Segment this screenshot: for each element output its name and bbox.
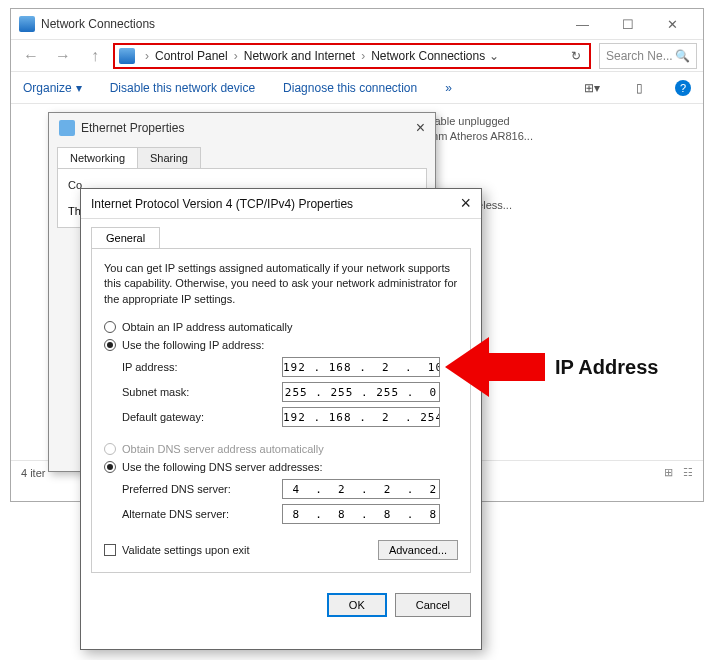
arrow-head-icon: [445, 337, 489, 397]
radio-label: Obtain an IP address automatically: [122, 321, 292, 333]
item-count: 4 iter: [21, 467, 45, 479]
chevron-down-icon: ▾: [76, 81, 82, 95]
maximize-button[interactable]: ☐: [605, 10, 650, 38]
adapter-device: mm Atheros AR816...: [429, 129, 533, 144]
advanced-button[interactable]: Advanced...: [378, 540, 458, 560]
ethernet-icon: [59, 120, 75, 136]
ip-body: You can get IP settings assigned automat…: [91, 248, 471, 573]
window-title: Network Connections: [41, 17, 155, 31]
help-icon[interactable]: ?: [675, 80, 691, 96]
adapter-item[interactable]: cable unplugged mm Atheros AR816...: [429, 114, 533, 145]
ok-button[interactable]: OK: [327, 593, 387, 617]
tab-general[interactable]: General: [91, 227, 160, 248]
minimize-button[interactable]: —: [560, 10, 605, 38]
radio-label: Use the following DNS server addresses:: [122, 461, 323, 473]
ip-tabs: General: [81, 219, 481, 248]
network-icon: [19, 16, 35, 32]
back-button[interactable]: ←: [17, 44, 45, 68]
main-titlebar: Network Connections — ☐ ✕: [11, 9, 703, 39]
annotation-label: IP Address: [555, 356, 658, 379]
breadcrumb-item[interactable]: Control Panel: [155, 49, 228, 63]
default-gateway-label: Default gateway:: [122, 411, 282, 423]
cancel-button[interactable]: Cancel: [395, 593, 471, 617]
tab-sharing[interactable]: Sharing: [138, 147, 201, 168]
preferred-dns-input[interactable]: [282, 479, 440, 499]
disable-device-button[interactable]: Disable this network device: [110, 81, 255, 95]
breadcrumb-item[interactable]: Network Connections: [371, 49, 485, 63]
arrow-shaft: [489, 353, 545, 381]
tab-networking[interactable]: Networking: [57, 147, 138, 168]
radio-auto-ip[interactable]: Obtain an IP address automatically: [104, 321, 458, 333]
nav-row: ← → ↑ › Control Panel › Network and Inte…: [11, 39, 703, 72]
chevron-right-icon[interactable]: ›: [139, 49, 155, 63]
view-icon[interactable]: ⊞▾: [580, 81, 604, 95]
radio-icon: [104, 339, 116, 351]
search-placeholder: Search Ne...: [606, 49, 673, 63]
close-button[interactable]: ✕: [650, 10, 695, 38]
radio-auto-dns: Obtain DNS server address automatically: [104, 443, 458, 455]
list-view-icon[interactable]: ☷: [683, 466, 693, 479]
radio-label: Use the following IP address:: [122, 339, 264, 351]
refresh-icon[interactable]: ↻: [567, 49, 585, 63]
radio-icon: [104, 321, 116, 333]
ipv4-properties-dialog: Internet Protocol Version 4 (TCP/IPv4) P…: [80, 188, 482, 650]
details-pane-icon[interactable]: ▯: [632, 81, 647, 95]
adapter-status: cable unplugged: [429, 114, 533, 129]
eth-tabs: Networking Sharing: [49, 143, 435, 168]
forward-button[interactable]: →: [49, 44, 77, 68]
breadcrumb[interactable]: › Control Panel › Network and Internet ›…: [113, 43, 591, 69]
ip-titlebar: Internet Protocol Version 4 (TCP/IPv4) P…: [81, 189, 481, 219]
radio-label: Obtain DNS server address automatically: [122, 443, 324, 455]
close-icon[interactable]: ×: [460, 193, 471, 214]
radio-icon: [104, 443, 116, 455]
radio-manual-ip[interactable]: Use the following IP address:: [104, 339, 458, 351]
more-button[interactable]: »: [445, 81, 452, 95]
ip-address-input[interactable]: [282, 357, 440, 377]
close-icon[interactable]: ×: [416, 119, 425, 137]
organize-menu[interactable]: Organize ▾: [23, 81, 82, 95]
search-input[interactable]: Search Ne... 🔍: [599, 43, 697, 69]
details-view-icon[interactable]: ⊞: [664, 466, 673, 479]
subnet-mask-label: Subnet mask:: [122, 386, 282, 398]
preferred-dns-label: Preferred DNS server:: [122, 483, 282, 495]
radio-icon: [104, 461, 116, 473]
chevron-right-icon[interactable]: ›: [355, 49, 371, 63]
alternate-dns-input[interactable]: [282, 504, 440, 524]
toolbar: Organize ▾ Disable this network device D…: [11, 72, 703, 104]
eth-titlebar: Ethernet Properties ×: [49, 113, 435, 143]
default-gateway-input[interactable]: [282, 407, 440, 427]
breadcrumb-dropdown-icon[interactable]: ⌄: [485, 49, 503, 63]
validate-label: Validate settings upon exit: [122, 544, 250, 556]
ip-address-label: IP address:: [122, 361, 282, 373]
up-button[interactable]: ↑: [81, 44, 109, 68]
description-text: You can get IP settings assigned automat…: [104, 261, 458, 307]
dialog-title: Internet Protocol Version 4 (TCP/IPv4) P…: [91, 197, 353, 211]
annotation-arrow: IP Address: [445, 337, 658, 397]
subnet-mask-input[interactable]: [282, 382, 440, 402]
chevron-right-icon[interactable]: ›: [228, 49, 244, 63]
dialog-title: Ethernet Properties: [81, 121, 184, 135]
search-icon: 🔍: [675, 49, 690, 63]
diagnose-button[interactable]: Diagnose this connection: [283, 81, 417, 95]
validate-checkbox[interactable]: [104, 544, 116, 556]
breadcrumb-item[interactable]: Network and Internet: [244, 49, 355, 63]
radio-manual-dns[interactable]: Use the following DNS server addresses:: [104, 461, 458, 473]
breadcrumb-icon: [119, 48, 135, 64]
alternate-dns-label: Alternate DNS server:: [122, 508, 282, 520]
dialog-buttons: OK Cancel: [81, 583, 481, 627]
organize-label: Organize: [23, 81, 72, 95]
